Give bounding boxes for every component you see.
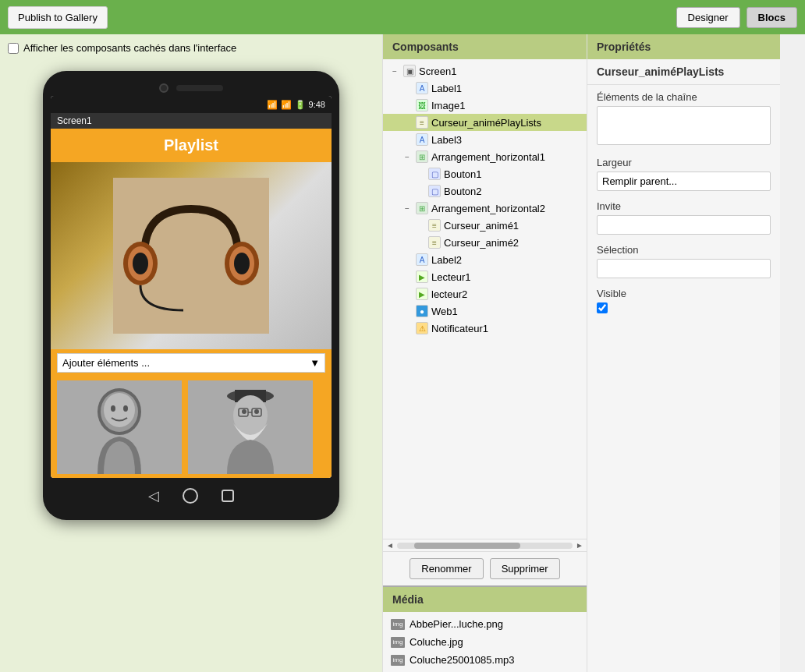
tree-item-lecteur2[interactable]: ▶lecteur2	[383, 285, 587, 302]
tree-item-arrangement_h2[interactable]: −⊞Arrangement_horizontal2	[383, 200, 587, 217]
tree-item-curseur_anim2[interactable]: ≡Curseur_animé2	[383, 234, 587, 251]
dropdown-text: Ajouter éléments ...	[62, 357, 150, 369]
photo-thumb-2	[188, 380, 313, 474]
tree-item-screen1[interactable]: −▣Screen1	[383, 62, 587, 80]
media-item[interactable]: imgColuche25001085.mp3	[383, 651, 587, 669]
show-hidden-row: Afficher les composants cachés dans l'in…	[8, 42, 374, 54]
photo-thumb-1	[57, 380, 182, 474]
signal-icon: 📶	[281, 100, 292, 110]
media-thumb-icon: img	[391, 619, 405, 630]
item-icon-label2: A	[416, 253, 428, 266]
phone-bottom-nav: ◁	[51, 478, 332, 512]
tree-label-label2: Label2	[431, 254, 462, 266]
main-layout: Afficher les composants cachés dans l'in…	[0, 34, 805, 672]
status-bar: 📶 📶 🔋 9:48	[51, 96, 332, 113]
playlist-header: Playlist	[51, 129, 332, 162]
tree-label-bouton1: Bouton1	[444, 168, 481, 180]
media-header: Média	[383, 587, 587, 612]
nav-home-icon[interactable]	[183, 488, 198, 504]
media-thumb-icon: img	[391, 637, 405, 648]
phone-top	[51, 79, 332, 96]
tree-item-lecteur1[interactable]: ▶Lecteur1	[383, 268, 587, 285]
tree-label-label1: Label1	[431, 83, 462, 94]
scroll-track[interactable]	[397, 543, 573, 549]
item-icon-arrangement_h2: ⊞	[416, 202, 428, 214]
right-panel: Propriétés Curseur_animéPlayLists Élémen…	[587, 34, 780, 672]
composants-footer: Renommer Supprimer	[383, 551, 587, 585]
delete-button[interactable]: Supprimer	[490, 558, 560, 579]
prop-row-4: Visible	[597, 288, 771, 313]
prop-label-4: Visible	[597, 288, 771, 299]
photos-row	[51, 377, 332, 478]
media-item-label: Coluche.jpg	[410, 636, 463, 648]
tree-label-image1: Image1	[431, 100, 465, 111]
collapse-icon[interactable]: −	[402, 151, 413, 162]
svg-point-6	[234, 253, 250, 274]
proprietes-header: Propriétés	[587, 34, 780, 59]
collapse-icon[interactable]: −	[402, 203, 413, 214]
tree-label-label3: Label3	[431, 134, 462, 146]
tree-label-web1: Web1	[431, 306, 458, 317]
prop-label-3: Sélection	[597, 244, 771, 256]
svg-point-10	[104, 393, 135, 427]
tree-label-curseur_anim_playlists: Curseur_animéPlayLists	[431, 117, 541, 129]
middle-panel: Composants −▣Screen1 ALabel1 🖼Image1 ≡Cu…	[382, 34, 587, 672]
tree-label-notificateur1: Notificateur1	[431, 323, 488, 334]
tree-label-screen1: Screen1	[419, 65, 456, 77]
props-body: Éléments de la chaîneLargeurInviteSélect…	[587, 85, 780, 329]
phone-camera-icon	[159, 83, 168, 93]
prop-input-1[interactable]	[597, 172, 771, 191]
tree-item-bouton1[interactable]: ▢Bouton1	[383, 165, 587, 182]
tree-item-image1[interactable]: 🖼Image1	[383, 97, 587, 114]
phone-mockup: 📶 📶 🔋 9:48 Screen1 Playlist	[43, 71, 339, 520]
tree-item-label3[interactable]: ALabel3	[383, 131, 587, 148]
show-hidden-checkbox[interactable]	[8, 43, 19, 54]
tree-item-curseur_anim_playlists[interactable]: ≡Curseur_animéPlayLists	[383, 114, 587, 131]
collapse-icon[interactable]: −	[389, 65, 400, 76]
media-item-label: AbbePier...luche.png	[410, 618, 503, 630]
tree-label-bouton2: Bouton2	[444, 186, 481, 197]
nav-back-icon[interactable]: ◁	[148, 487, 159, 504]
tree-item-label1[interactable]: ALabel1	[383, 80, 587, 97]
item-icon-lecteur1: ▶	[416, 271, 428, 283]
media-item[interactable]: imgAbbePier...luche.png	[383, 615, 587, 633]
tree-item-curseur_anim1[interactable]: ≡Curseur_animé1	[383, 217, 587, 234]
media-item[interactable]: imgColuche.jpg	[383, 633, 587, 651]
tree-label-curseur_anim1: Curseur_animé1	[444, 220, 519, 232]
left-panel: Afficher les composants cachés dans l'in…	[0, 34, 382, 672]
tree-label-lecteur2: lecteur2	[431, 288, 467, 300]
tree-item-bouton2[interactable]: ▢Bouton2	[383, 182, 587, 200]
designer-button[interactable]: Designer	[676, 7, 740, 28]
publish-button[interactable]: Publish to Gallery	[8, 6, 108, 29]
screen-title-text: Screen1	[57, 115, 92, 126]
playlist-dropdown[interactable]: Ajouter éléments ... ▼	[57, 353, 325, 373]
phone-speaker-icon	[176, 85, 223, 91]
scroll-right-arrow[interactable]: ►	[576, 541, 583, 550]
tree-item-label2[interactable]: ALabel2	[383, 251, 587, 268]
media-thumb-icon: img	[391, 655, 405, 666]
composants-header: Composants	[383, 34, 587, 59]
prop-input-2[interactable]	[597, 215, 771, 235]
dropdown-arrow-icon: ▼	[310, 357, 320, 369]
topbar: Publish to Gallery Designer Blocs	[0, 0, 805, 34]
item-icon-notificateur1: ⚠	[416, 322, 428, 334]
prop-row-0: Éléments de la chaîne	[597, 91, 771, 147]
tree-item-arrangement_h1[interactable]: −⊞Arrangement_horizontal1	[383, 148, 587, 165]
prop-label-0: Éléments de la chaîne	[597, 91, 771, 103]
blocs-button[interactable]: Blocs	[746, 7, 797, 28]
person2-image	[188, 380, 313, 474]
rename-button[interactable]: Renommer	[410, 558, 483, 579]
prop-textarea-0[interactable]	[597, 106, 771, 145]
phone-screen: 📶 📶 🔋 9:48 Screen1 Playlist	[51, 96, 332, 478]
item-icon-label3: A	[416, 133, 428, 146]
tree-item-web1[interactable]: ●Web1	[383, 302, 587, 320]
component-name: Curseur_animéPlayLists	[587, 59, 780, 85]
prop-input-3[interactable]	[597, 259, 771, 278]
nav-square-icon[interactable]	[222, 490, 234, 502]
tree-item-notificateur1[interactable]: ⚠Notificateur1	[383, 320, 587, 337]
horizontal-scrollbar[interactable]: ◄ ►	[383, 539, 587, 551]
scroll-left-arrow[interactable]: ◄	[386, 541, 394, 550]
media-items: imgAbbePier...luche.pngimgColuche.jpgimg…	[383, 612, 587, 672]
media-item-label: Coluche25001085.mp3	[410, 654, 514, 666]
prop-checkbox-4[interactable]	[597, 302, 608, 313]
